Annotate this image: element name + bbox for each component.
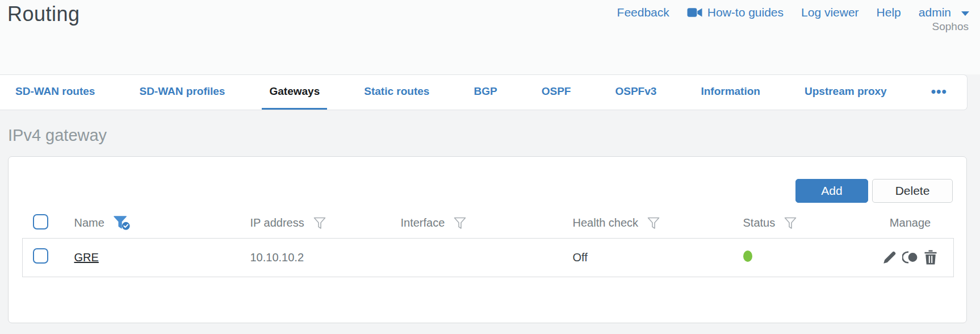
admin-label: admin [919,6,951,19]
clone-icon[interactable] [902,250,919,264]
row-checkbox[interactable] [33,248,48,264]
toolbar: Add Delete [9,179,953,203]
admin-menu[interactable]: admin [919,6,969,19]
edit-icon[interactable] [882,250,897,265]
column-header-name: Name [74,216,104,229]
caret-down-icon [961,11,969,16]
section-title: IPv4 gateway [8,126,107,145]
feedback-label: Feedback [617,6,669,19]
how-to-guides-link[interactable]: How-to guides [687,6,784,19]
feedback-link[interactable]: Feedback [617,6,669,19]
interface-cell [388,238,560,277]
ip-address-cell: 10.10.10.2 [238,238,388,277]
help-label: Help [877,6,901,19]
tab-gateways[interactable]: Gateways [262,75,327,110]
name-filter-active-icon[interactable] [113,215,131,231]
tab-static-routes[interactable]: Static routes [357,75,437,110]
ipv4-gateway-panel: Add Delete Name [8,156,967,323]
header-links: Feedback How-to guides Log viewer Help a… [617,6,969,19]
gateway-table: Name IP address [22,208,954,277]
status-filter-icon[interactable] [784,216,797,230]
page-title: Routing [7,2,80,26]
log-viewer-link[interactable]: Log viewer [801,6,859,19]
delete-button[interactable]: Delete [872,179,953,203]
column-header-ip-address: IP address [250,216,304,229]
tab-sd-wan-profiles[interactable]: SD-WAN profiles [132,75,232,110]
delete-icon[interactable] [924,250,937,265]
health-check-filter-icon[interactable] [647,216,660,230]
health-check-cell: Off [560,238,731,277]
log-viewer-label: Log viewer [801,6,859,19]
tab-bar: SD-WAN routes SD-WAN profiles Gateways S… [0,74,968,110]
tab-ospfv3[interactable]: OSPFv3 [608,75,664,110]
tab-information[interactable]: Information [693,75,768,110]
tab-bgp[interactable]: BGP [466,75,504,110]
table-row: GRE 10.10.10.2 Off [23,238,954,277]
tab-ospf[interactable]: OSPF [534,75,579,110]
tab-upstream-proxy[interactable]: Upstream proxy [797,75,894,110]
column-header-manage: Manage [890,216,931,229]
ip-address-filter-icon[interactable] [313,216,326,230]
select-all-checkbox[interactable] [33,214,48,229]
status-dot [743,250,752,262]
gateway-name-link[interactable]: GRE [74,251,99,264]
more-tabs-icon[interactable]: ••• [924,75,954,110]
column-header-health-check: Health check [573,216,639,229]
interface-filter-icon[interactable] [453,216,467,230]
column-header-status: Status [743,216,776,229]
table-header-row: Name IP address [23,208,954,238]
add-button[interactable]: Add [795,179,868,203]
tab-sd-wan-routes[interactable]: SD-WAN routes [8,75,102,110]
video-camera-icon [687,7,702,18]
help-link[interactable]: Help [877,6,901,19]
brand-label: Sophos [932,20,969,33]
how-to-guides-label: How-to guides [707,6,784,19]
manage-cell [867,250,954,265]
column-header-interface: Interface [401,216,445,229]
